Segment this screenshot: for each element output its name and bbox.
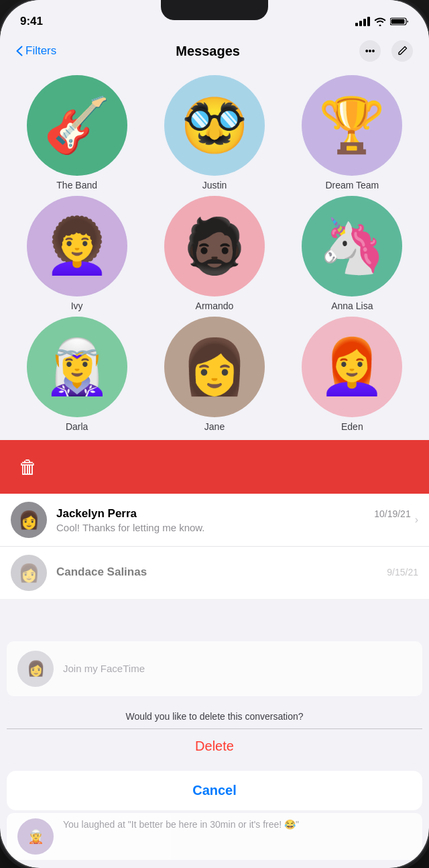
contact-jane[interactable]: 👩 Jane <box>148 317 280 432</box>
contact-avatar-dream-team: 🏆 <box>302 75 402 176</box>
nav-title: Messages <box>176 44 240 59</box>
below-item-laughed: 🧝 You laughed at "It better be here in 3… <box>17 818 412 855</box>
delete-bar[interactable]: 🗑 <box>0 440 429 494</box>
message-name-candace: Candace Salinas <box>56 565 147 579</box>
contact-avatar-anna-lisa: 🦄 <box>302 196 402 296</box>
below-item-facetime: 👩 Join my FaceTime <box>17 648 412 690</box>
contact-avatar-darla: 🧝‍♀️ <box>27 317 127 417</box>
below-preview-1: Join my FaceTime <box>63 663 145 674</box>
contact-the-band[interactable]: 🎸 The Band <box>11 75 143 191</box>
below-content: 👩 Join my FaceTime <box>7 641 422 696</box>
contact-anna-lisa[interactable]: 🦄 Anna Lisa <box>286 196 418 311</box>
contacts-grid: 🎸 The Band 🥸 Justin 🏆 Dream Team <box>0 67 429 440</box>
contact-avatar-eden: 👩‍🦰 <box>302 317 402 417</box>
contact-avatar-jane: 👩 <box>164 317 265 417</box>
contact-name-ivy: Ivy <box>71 301 83 311</box>
trash-icon: 🗑 <box>19 456 38 478</box>
contact-eden[interactable]: 👩‍🦰 Eden <box>286 317 418 432</box>
contact-name-eden: Eden <box>341 421 363 432</box>
alert-overlay: 👩 Join my FaceTime Would you like to del… <box>0 641 429 869</box>
message-item-jackelyn[interactable]: 👩 Jackelyn Perra 10/19/21 Cool! Thanks f… <box>0 494 429 547</box>
contact-avatar-the-band: 🎸 <box>27 75 127 176</box>
phone-frame: 9:41 <box>0 0 429 868</box>
more-button[interactable]: ••• <box>359 40 381 62</box>
wifi-icon <box>374 17 386 26</box>
contact-darla[interactable]: 🧝‍♀️ Darla <box>11 317 143 432</box>
contact-avatar-armando: 🧔🏿 <box>164 196 265 296</box>
compose-icon <box>397 46 408 56</box>
alert-message: Would you like to delete this conversati… <box>7 699 422 728</box>
nav-actions: ••• <box>359 40 413 62</box>
contact-name-jane: Jane <box>204 421 225 432</box>
message-preview-jackelyn: Cool! Thanks for letting me know. <box>56 522 284 533</box>
message-date-candace: 9/15/21 <box>387 567 418 578</box>
below-avatar-1: 👩 <box>17 651 54 687</box>
svg-rect-1 <box>391 19 405 24</box>
contact-name-darla: Darla <box>66 421 88 432</box>
contact-name-justin: Justin <box>202 180 227 191</box>
notch <box>161 0 268 20</box>
contact-dream-team[interactable]: 🏆 Dream Team <box>286 75 418 191</box>
contact-avatar-ivy: 👩‍🦱 <box>27 196 127 296</box>
below-content-2: 🧝 You laughed at "It better be here in 3… <box>7 813 422 860</box>
contact-justin[interactable]: 🥸 Justin <box>148 75 280 191</box>
status-time: 9:41 <box>20 15 43 28</box>
cancel-box: Cancel <box>7 771 422 810</box>
cancel-button[interactable]: Cancel <box>7 771 422 810</box>
contact-name-dream-team: Dream Team <box>325 180 379 191</box>
chevron-right-icon: › <box>415 514 418 526</box>
message-item-candace[interactable]: 👩 Candace Salinas 9/15/21 <box>0 547 429 600</box>
message-date-jackelyn: 10/19/21 <box>374 508 411 519</box>
message-content-candace: Candace Salinas 9/15/21 <box>56 565 418 580</box>
message-avatar-jackelyn: 👩 <box>11 502 47 538</box>
contact-name-armando: Armando <box>196 301 234 311</box>
message-content-jackelyn: Jackelyn Perra 10/19/21 Cool! Thanks for… <box>56 507 411 533</box>
nav-bar: Filters Messages ••• <box>0 34 429 67</box>
message-name-jackelyn: Jackelyn Perra <box>56 507 137 521</box>
back-label: Filters <box>25 44 56 58</box>
compose-button[interactable] <box>391 40 413 62</box>
signal-icon <box>355 17 370 26</box>
contact-avatar-justin: 🥸 <box>164 75 265 176</box>
contact-name-anna-lisa: Anna Lisa <box>331 301 373 311</box>
below-avatar-2: 🧝 <box>17 818 54 855</box>
message-list: 👩 Jackelyn Perra 10/19/21 Cool! Thanks f… <box>0 494 429 600</box>
delete-button[interactable]: Delete <box>7 728 422 764</box>
more-icon: ••• <box>365 46 375 56</box>
status-icons <box>355 17 409 26</box>
contact-armando[interactable]: 🧔🏿 Armando <box>148 196 280 311</box>
message-avatar-candace: 👩 <box>11 555 47 591</box>
below-preview-2: You laughed at "It better be here in 30m… <box>63 818 299 832</box>
battery-icon <box>390 17 409 26</box>
contact-name-the-band: The Band <box>56 180 97 191</box>
phone-screen: 9:41 <box>0 0 429 868</box>
back-button[interactable]: Filters <box>16 44 56 58</box>
alert-box: Would you like to delete this conversati… <box>7 699 422 765</box>
contact-ivy[interactable]: 👩‍🦱 Ivy <box>11 196 143 311</box>
